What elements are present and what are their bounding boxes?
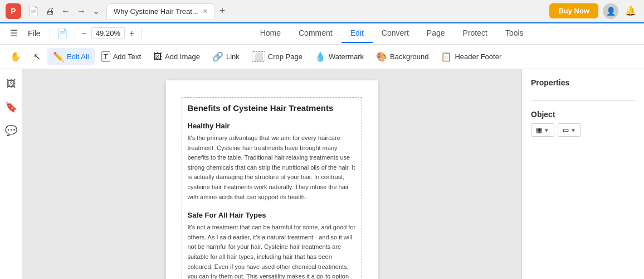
background-tool[interactable]: 🎨 Background [370, 48, 434, 65]
watermark-label: Watermark [329, 52, 364, 61]
zoom-out-btn[interactable]: − [80, 27, 89, 40]
crop-icon: ⬜ [252, 51, 265, 62]
tab-title: Why Cysteine Hair Treat... [114, 7, 198, 16]
tab-page[interactable]: Page [418, 24, 454, 43]
edit-all-label: Edit All [67, 52, 89, 61]
crop-page-label: Crop Page [268, 52, 303, 61]
print-btn[interactable]: 🖨 [43, 3, 57, 18]
section-heading-0: Healthy Hair [188, 122, 356, 130]
right-panel: Properties Object ▦ ▼ ▭ ▼ [521, 69, 644, 279]
hamburger-icon[interactable]: ☰ [7, 26, 21, 41]
tab-tools[interactable]: Tools [496, 24, 533, 43]
document-content: Benefits of Cysteine Hair Treatments Hea… [182, 97, 362, 279]
properties-title: Properties [531, 78, 635, 87]
background-label: Background [390, 52, 428, 61]
user-avatar[interactable]: 👤 [603, 3, 618, 19]
distribute-dropdown-arrow-icon: ▼ [570, 127, 576, 133]
loading-bar [0, 22, 644, 23]
add-text-tool[interactable]: T Add Text [96, 48, 147, 65]
tab-comment[interactable]: Comment [290, 24, 341, 43]
background-icon: 🎨 [376, 51, 387, 62]
panel-section-divider [531, 100, 635, 101]
add-image-tool[interactable]: 🖼 Add Image [148, 49, 206, 65]
toolbar-divider2 [75, 28, 75, 39]
properties-section: Properties [531, 78, 635, 92]
header-footer-label: Header Footer [455, 52, 501, 61]
document-page: Benefits of Cysteine Hair Treatments Hea… [166, 80, 378, 279]
browser-bar: P 📄 🖨 ← → ⌄ Why Cysteine Hair Treat... ✕… [0, 0, 644, 22]
watermark-tool[interactable]: 💧 Watermark [309, 48, 369, 65]
toolbar-divider [50, 28, 50, 39]
nav-tabs: Home Comment Edit Convert Page Protect T… [146, 24, 637, 43]
document-area: Benefits of Cysteine Hair Treatments Hea… [22, 69, 521, 279]
edit-icon: ✏️ [53, 51, 64, 62]
file-btn[interactable]: 📄 [26, 3, 41, 18]
main-layout: 🖼 🔖 💬 Benefits of Cysteine Hair Treatmen… [0, 69, 644, 279]
header-footer-tool[interactable]: 📋 Header Footer [435, 48, 507, 65]
tab-home[interactable]: Home [251, 24, 290, 43]
back-btn[interactable]: ← [59, 3, 72, 18]
sidebar-image-icon[interactable]: 🖼 [3, 75, 19, 93]
hand-tool[interactable]: ✋ [4, 48, 27, 65]
cursor-icon: ↖ [33, 51, 41, 62]
distribute-icon: ▭ [563, 126, 569, 134]
link-tool[interactable]: 🔗 Link [207, 48, 245, 65]
header-footer-icon: 📋 [441, 51, 452, 62]
section-text-0: It's the primary advantage that we aim f… [188, 133, 356, 202]
object-section: Object ▦ ▼ ▭ ▼ [531, 110, 635, 137]
forward-btn[interactable]: → [75, 3, 88, 18]
toolbar2: ✋ ↖ ✏️ Edit All T Add Text 🖼 Add Image 🔗… [0, 45, 644, 69]
zoom-area: − 49.20% + [80, 27, 137, 40]
align-left-icon: ▦ [536, 126, 542, 134]
more-btn[interactable]: ⌄ [90, 3, 102, 18]
browser-logo: P [6, 3, 21, 19]
tab-bar: Why Cysteine Hair Treat... ✕ + [106, 3, 545, 19]
new-tab-btn[interactable]: + [215, 3, 230, 19]
section-heading-1: Safe For All Hair Types [188, 211, 356, 219]
object-title: Object [531, 110, 635, 119]
zoom-value[interactable]: 49.20% [91, 27, 125, 39]
tab-edit[interactable]: Edit [341, 24, 373, 43]
file-menu[interactable]: File [23, 27, 45, 40]
text-icon: T [101, 51, 110, 62]
toolbar-divider3 [141, 28, 142, 39]
distribute-tool-btn[interactable]: ▭ ▼ [558, 123, 581, 137]
object-tools: ▦ ▼ ▭ ▼ [531, 123, 635, 137]
hand-icon: ✋ [10, 51, 21, 62]
align-tool-btn[interactable]: ▦ ▼ [531, 123, 554, 137]
add-image-label: Add Image [165, 52, 200, 61]
tab-protect[interactable]: Protect [454, 24, 496, 43]
browser-actions: 📄 🖨 ← → ⌄ [26, 3, 102, 18]
link-icon: 🔗 [212, 51, 223, 62]
image-icon: 🖼 [153, 52, 162, 62]
section-text-1: It's not a treatment that can be harmful… [188, 223, 356, 279]
sidebar-bookmark-icon[interactable]: 🔖 [2, 98, 21, 117]
notification-bell-icon[interactable]: 🔔 [623, 3, 638, 18]
align-dropdown-arrow-icon: ▼ [544, 127, 549, 133]
watermark-icon: 💧 [315, 51, 326, 62]
sidebar-comment-icon[interactable]: 💬 [2, 121, 21, 140]
document-title: Benefits of Cysteine Hair Treatments [188, 103, 356, 113]
select-tool[interactable]: ↖ [28, 48, 46, 65]
active-tab[interactable]: Why Cysteine Hair Treat... ✕ [106, 3, 215, 19]
crop-page-tool[interactable]: ⬜ Crop Page [246, 48, 308, 65]
tab-convert[interactable]: Convert [373, 24, 418, 43]
add-text-label: Add Text [113, 52, 141, 61]
doc-icon[interactable]: 📄 [55, 26, 70, 41]
edit-all-tool[interactable]: ✏️ Edit All [47, 48, 95, 65]
link-label: Link [226, 52, 240, 61]
buy-now-button[interactable]: Buy Now [549, 3, 598, 18]
toolbar1: ☰ File 📄 − 49.20% + Home Comment Edit Co… [0, 22, 644, 45]
left-sidebar: 🖼 🔖 💬 [0, 69, 22, 279]
tab-close-btn[interactable]: ✕ [203, 8, 208, 15]
zoom-in-btn[interactable]: + [127, 27, 136, 40]
